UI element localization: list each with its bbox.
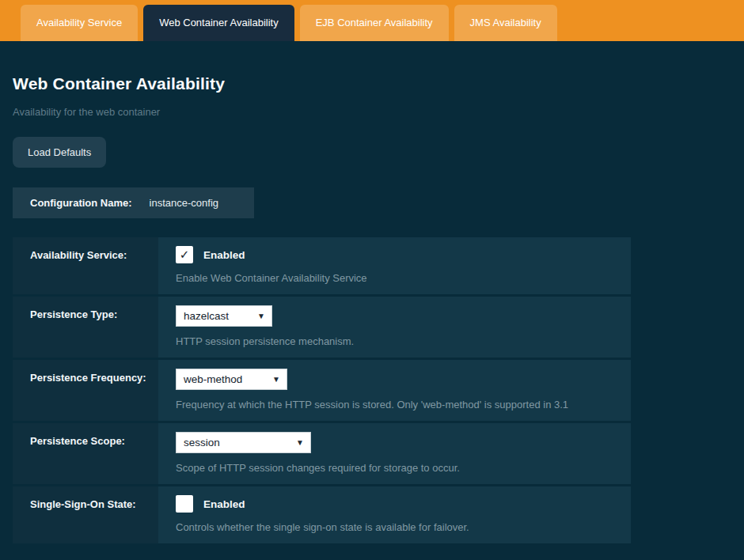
checkmark-icon: ✓ <box>180 248 190 262</box>
persistence-type-select[interactable]: hazelcast ▼ <box>176 305 272 327</box>
page-content: Web Container Availability Availability … <box>0 74 744 543</box>
dropdown-arrow-icon: ▼ <box>257 312 265 320</box>
form-row-persistence-scope: Persistence Scope: session ▼ Scope of HT… <box>13 423 631 484</box>
checkbox-label: Enabled <box>203 498 245 510</box>
config-name-row: Configuration Name: instance-config <box>13 187 254 218</box>
config-name-value: instance-config <box>150 197 218 209</box>
tab-jms-availability[interactable]: JMS Availability <box>454 5 557 41</box>
help-text: Controls whether the single sign-on stat… <box>176 521 618 533</box>
row-label: Persistence Type: <box>13 297 158 358</box>
row-content: Enabled Controls whether the single sign… <box>158 486 631 543</box>
page-title: Web Container Availability <box>13 74 731 93</box>
row-label: Persistence Scope: <box>13 423 158 484</box>
form-row-sso-state: Single-Sign-On State: Enabled Controls w… <box>13 486 631 543</box>
select-value: web-method <box>184 373 242 385</box>
select-value: hazelcast <box>184 310 229 322</box>
help-text: Frequency at which the HTTP session is s… <box>176 399 618 411</box>
row-label: Availability Service: <box>13 237 158 294</box>
row-label: Persistence Frequency: <box>13 360 158 421</box>
form-row-persistence-type: Persistence Type: hazelcast ▼ HTTP sessi… <box>13 297 631 358</box>
row-content: ✓ Enabled Enable Web Container Availabil… <box>158 237 631 294</box>
form-row-availability-service: Availability Service: ✓ Enabled Enable W… <box>13 237 631 294</box>
row-label: Single-Sign-On State: <box>13 486 158 543</box>
row-content: session ▼ Scope of HTTP session changes … <box>158 423 631 484</box>
tab-availability-service[interactable]: Availability Service <box>21 5 138 41</box>
form-row-persistence-frequency: Persistence Frequency: web-method ▼ Freq… <box>13 360 631 421</box>
persistence-frequency-select[interactable]: web-method ▼ <box>176 369 287 390</box>
tab-web-container-availability[interactable]: Web Container Availability <box>143 5 294 41</box>
load-defaults-button[interactable]: Load Defaults <box>13 137 106 168</box>
help-text: HTTP session persistence mechanism. <box>176 335 618 347</box>
sso-state-checkbox[interactable] <box>176 495 193 513</box>
help-text: Enable Web Container Availability Servic… <box>176 272 618 284</box>
availability-form: Availability Service: ✓ Enabled Enable W… <box>13 237 631 543</box>
page-subtitle: Availability for the web container <box>13 106 731 118</box>
dropdown-arrow-icon: ▼ <box>296 438 304 447</box>
checkbox-label: Enabled <box>203 249 245 261</box>
dropdown-arrow-icon: ▼ <box>272 375 280 384</box>
row-content: web-method ▼ Frequency at which the HTTP… <box>158 360 631 421</box>
availability-service-checkbox[interactable]: ✓ <box>176 246 193 263</box>
help-text: Scope of HTTP session changes required f… <box>176 462 618 474</box>
row-content: hazelcast ▼ HTTP session persistence mec… <box>158 297 631 358</box>
top-tab-bar: Availability Service Web Container Avail… <box>0 0 744 41</box>
select-value: session <box>184 437 220 448</box>
persistence-scope-select[interactable]: session ▼ <box>176 432 311 453</box>
tab-ejb-container-availability[interactable]: EJB Container Availability <box>300 5 449 41</box>
config-name-label: Configuration Name: <box>30 197 132 209</box>
